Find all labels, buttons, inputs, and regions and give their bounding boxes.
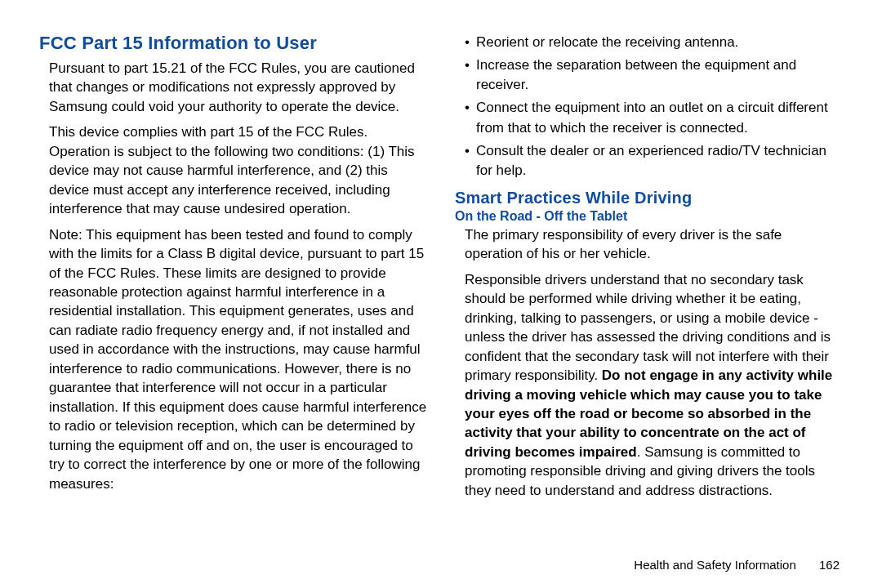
two-column-layout: FCC Part 15 Information to User Pursuant… [39, 33, 843, 553]
page-footer: Health and Safety Information 162 [39, 558, 843, 572]
driving-text-a: Responsible drivers understand that no s… [465, 272, 831, 383]
subheading-on-road: On the Road - Off the Tablet [455, 209, 843, 224]
heading-fcc: FCC Part 15 Information to User [39, 33, 427, 54]
paragraph-fcc-2: This device complies with part 15 of the… [39, 122, 427, 218]
heading-driving: Smart Practices While Driving [455, 189, 843, 207]
list-item: Reorient or relocate the receiving anten… [465, 33, 843, 52]
left-column: FCC Part 15 Information to User Pursuant… [39, 33, 427, 553]
paragraph-fcc-1: Pursuant to part 15.21 of the FCC Rules,… [39, 59, 427, 116]
paragraph-fcc-3: Note: This equipment has been tested and… [39, 225, 427, 493]
footer-page-number: 162 [819, 558, 840, 572]
interference-bullet-list: Reorient or relocate the receiving anten… [455, 33, 843, 180]
list-item: Consult the dealer or an experienced rad… [465, 141, 843, 180]
right-column: Reorient or relocate the receiving anten… [455, 33, 843, 553]
document-page: FCC Part 15 Information to User Pursuant… [0, 0, 882, 588]
list-item: Connect the equipment into an outlet on … [465, 98, 843, 137]
footer-section-label: Health and Safety Information [634, 558, 795, 572]
paragraph-driving-1: The primary responsibility of every driv… [455, 225, 843, 264]
paragraph-driving-2: Responsible drivers understand that no s… [455, 270, 843, 500]
list-item: Increase the separation between the equi… [465, 56, 843, 95]
